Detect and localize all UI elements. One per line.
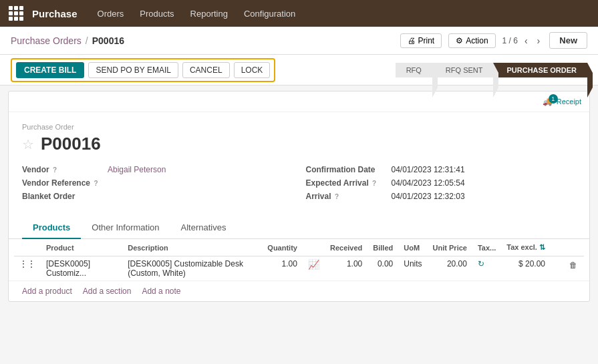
vendor-ref-field-row: Vendor Reference ?: [22, 178, 293, 188]
col-header-uom: UoM: [398, 239, 427, 256]
top-navigation: Purchase Orders Products Reporting Confi…: [0, 0, 598, 27]
apps-grid-icon: [9, 6, 23, 21]
tab-other-information[interactable]: Other Information: [81, 217, 170, 239]
menu-products[interactable]: Products: [133, 6, 180, 21]
col-header-billed: Billed: [367, 239, 398, 256]
col-header-product: Product: [41, 239, 122, 256]
row-drag-handle[interactable]: ⋮⋮: [14, 256, 41, 281]
row-actions: 🗑: [551, 256, 584, 281]
receipt-widget[interactable]: 🚚 1 Receipt: [543, 97, 581, 106]
arrival-field-row: Arrival ? 04/01/2023 12:32:03: [306, 192, 577, 201]
receipt-count: 1: [549, 94, 558, 104]
menu-reporting[interactable]: Reporting: [184, 6, 235, 21]
col-header-quantity: Quantity: [262, 239, 303, 256]
col-header-unit-price: Unit Price: [428, 239, 472, 256]
col-header-received: Received: [325, 239, 367, 256]
print-button[interactable]: 🖨 Print: [400, 33, 442, 48]
add-note-link[interactable]: Add a note: [142, 287, 180, 296]
form-left: Vendor ? Abigail Peterson Vendor Referen…: [22, 165, 293, 201]
add-product-link[interactable]: Add a product: [22, 287, 72, 296]
row-chart[interactable]: 📈: [303, 256, 325, 281]
col-optional-icon[interactable]: ⇅: [539, 243, 545, 251]
products-table: Product Description Quantity Received Bi…: [14, 239, 584, 281]
row-description: [DESK0005] Customizable Desk (Custom, Wh…: [122, 256, 262, 281]
tab-alternatives[interactable]: Alternatives: [170, 217, 237, 239]
new-button[interactable]: New: [549, 32, 587, 49]
status-rfq[interactable]: RFQ: [396, 63, 432, 77]
brand-label: Purchase: [32, 8, 78, 19]
expected-arrival-help-icon: ?: [372, 180, 376, 187]
status-purchase-order[interactable]: PURCHASE ORDER: [493, 63, 587, 77]
apps-menu-button[interactable]: [7, 4, 25, 23]
arrival-label: Arrival ?: [306, 192, 386, 201]
menu-orders[interactable]: Orders: [91, 6, 131, 21]
tab-products[interactable]: Products: [22, 217, 81, 239]
add-section-link[interactable]: Add a section: [83, 287, 132, 296]
printer-icon: 🖨: [408, 36, 416, 45]
main-content: 🚚 1 Receipt Purchase Order ☆ P00016 Vend…: [8, 91, 590, 302]
row-tax[interactable]: ↻: [472, 256, 501, 281]
expected-arrival-label: Expected Arrival ?: [306, 178, 386, 188]
vendor-ref-help-icon: ?: [94, 180, 98, 187]
arrival-value: 04/01/2023 12:32:03: [392, 192, 465, 201]
menu-configuration[interactable]: Configuration: [237, 6, 302, 21]
form-title-row: ☆ P00016: [22, 134, 576, 154]
form-section: Purchase Order ☆ P00016 Vendor ? Abigail…: [9, 112, 589, 212]
confirmation-date-label: Confirmation Date: [306, 165, 386, 174]
add-links-row: Add a product Add a section Add a note: [9, 281, 589, 301]
status-pipeline: RFQ RFQ SENT PURCHASE ORDER: [396, 63, 587, 77]
col-header-tax: Tax...: [472, 239, 501, 256]
lock-button[interactable]: LOCK: [234, 62, 271, 78]
reset-tax-icon[interactable]: ↻: [478, 259, 484, 268]
gear-icon: ⚙: [456, 36, 463, 45]
row-billed: 0.00: [367, 256, 398, 281]
vendor-value[interactable]: Abigail Peterson: [108, 165, 166, 174]
cancel-button[interactable]: CANCEL: [182, 62, 230, 78]
status-rfq-sent[interactable]: RFQ SENT: [432, 63, 494, 77]
arrival-help-icon: ?: [335, 193, 339, 200]
top-menu: Orders Products Reporting Configuration: [91, 6, 303, 21]
action-button[interactable]: ⚙ Action: [448, 33, 495, 48]
vendor-label: Vendor ?: [22, 165, 102, 174]
pager-text: 1 / 6: [502, 36, 518, 45]
tabs-row: Products Other Information Alternatives: [9, 217, 589, 239]
action-buttons-group: CREATE BILL SEND PO BY EMAIL CANCEL LOCK: [11, 58, 275, 82]
subheader-right: 🖨 Print ⚙ Action 1 / 6 ‹ › New: [400, 32, 587, 49]
form-subtitle: Purchase Order: [22, 123, 576, 131]
breadcrumb: Purchase Orders / P00016: [11, 35, 124, 46]
row-unit-price[interactable]: 20.00: [428, 256, 472, 281]
col-header-description: Description: [122, 239, 262, 256]
blanket-order-field-row: Blanket Order: [22, 192, 293, 201]
form-fields: Vendor ? Abigail Peterson Vendor Referen…: [22, 165, 576, 201]
vendor-field-row: Vendor ? Abigail Peterson: [22, 165, 293, 174]
table-header-row: Product Description Quantity Received Bi…: [14, 239, 584, 256]
send-po-button[interactable]: SEND PO BY EMAIL: [88, 62, 178, 78]
breadcrumb-parent[interactable]: Purchase Orders: [11, 35, 82, 46]
breadcrumb-separator: /: [86, 35, 88, 46]
subheader: Purchase Orders / P00016 🖨 Print ⚙ Actio…: [0, 27, 598, 55]
truck-icon: 🚚 1: [543, 97, 553, 106]
form-right: Confirmation Date 04/01/2023 12:31:41 Ex…: [306, 165, 577, 201]
favorite-star-icon[interactable]: ☆: [22, 136, 34, 152]
pager-prev[interactable]: ‹: [522, 34, 531, 47]
row-product[interactable]: [DESK0005] Customiz...: [41, 256, 122, 281]
expected-arrival-value: 04/04/2023 12:05:54: [392, 178, 465, 188]
row-tax-excl: $ 20.00: [501, 256, 551, 281]
confirmation-date-field-row: Confirmation Date 04/01/2023 12:31:41: [306, 165, 577, 174]
pager-next[interactable]: ›: [535, 34, 543, 47]
vendor-ref-label: Vendor Reference ?: [22, 178, 102, 188]
delete-row-button[interactable]: 🗑: [568, 259, 579, 271]
products-table-wrapper: Product Description Quantity Received Bi…: [9, 239, 589, 281]
row-received: 1.00: [325, 256, 367, 281]
col-header-chart: [303, 239, 325, 256]
row-quantity[interactable]: 1.00: [262, 256, 303, 281]
blanket-order-label: Blanket Order: [22, 192, 102, 201]
pager: 1 / 6 ‹ ›: [502, 34, 543, 47]
confirmation-date-value: 04/01/2023 12:31:41: [392, 165, 465, 174]
row-uom[interactable]: Units: [398, 256, 427, 281]
receipt-label: Receipt: [557, 98, 581, 106]
create-bill-button[interactable]: CREATE BILL: [16, 62, 84, 78]
action-bar: CREATE BILL SEND PO BY EMAIL CANCEL LOCK…: [0, 55, 598, 85]
forecast-chart-icon: 📈: [308, 259, 319, 270]
breadcrumb-current: P00016: [92, 35, 124, 46]
